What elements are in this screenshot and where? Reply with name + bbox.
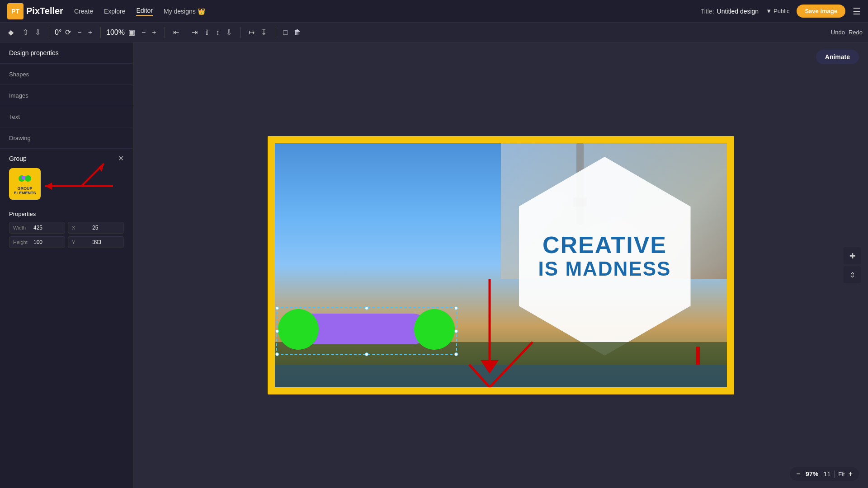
zoom-number: 11 xyxy=(824,470,831,478)
align-group: ⇤ ⁣ ⇥ ⇧ ↕ ⇩ xyxy=(170,26,235,38)
width-input[interactable] xyxy=(30,222,65,233)
title-value[interactable]: Untitled design xyxy=(717,8,759,15)
height-input[interactable] xyxy=(30,237,65,248)
plus-button[interactable]: + xyxy=(85,27,95,38)
canvas-inner[interactable]: CREATIVE IS MADNESS xyxy=(275,143,727,387)
sep1 xyxy=(49,27,49,38)
nav-explore[interactable]: Explore xyxy=(104,8,125,15)
save-image-button[interactable]: Save image xyxy=(797,5,845,18)
animate-button[interactable]: Animate xyxy=(816,50,859,64)
bring-forward-button[interactable]: ⇧ xyxy=(20,26,31,38)
text-label: Text xyxy=(9,113,20,120)
group-icon xyxy=(18,172,32,186)
hexagon-shape: CREATIVE IS MADNESS xyxy=(519,157,691,356)
undo-button[interactable]: Undo xyxy=(831,29,845,36)
group-icon-svg xyxy=(18,172,32,183)
sidebar-images[interactable]: Images xyxy=(0,85,133,106)
group-element-canvas[interactable] xyxy=(277,308,456,353)
layer-order-group: ⇧ ⇩ xyxy=(20,26,43,38)
main-area: Design properties Shapes Images Text Dra… xyxy=(0,42,868,488)
redo-button[interactable]: Redo xyxy=(849,29,863,36)
right-panel: ✚ ⇕ xyxy=(844,247,861,283)
rotate-button[interactable]: ⟳ xyxy=(62,26,74,38)
flip-h-button[interactable]: ↦ xyxy=(246,26,257,38)
group-element-area: GROUPELEMENTS xyxy=(9,168,124,200)
height-label: Height xyxy=(9,239,30,245)
hexagon-container: CREATIVE IS MADNESS xyxy=(519,157,691,356)
nav-create[interactable]: Create xyxy=(74,8,93,15)
width-field: Width xyxy=(9,222,65,234)
y-input[interactable] xyxy=(89,237,124,248)
zoom-value: 97% xyxy=(804,470,820,478)
red-marker xyxy=(696,347,700,365)
align-left-button[interactable]: ⇤ xyxy=(170,26,182,38)
sidebar-drawing[interactable]: Drawing xyxy=(0,127,133,149)
width-label: Width xyxy=(9,225,30,230)
title-area: Title: Untitled design xyxy=(701,8,759,15)
nav-right: Title: Untitled design ▼ Public Save ima… xyxy=(701,5,861,18)
align-center-v-button[interactable]: ↕ xyxy=(213,27,222,38)
props-grid: Width X Height Y xyxy=(9,222,124,248)
drawing-label: Drawing xyxy=(9,135,31,141)
zoom-minus-button[interactable]: − xyxy=(139,27,148,38)
sep3 xyxy=(165,27,165,38)
group-icon-label: GROUPELEMENTS xyxy=(14,187,36,196)
toolbar: ◆ ⇧ ⇩ 0° ⟳ − + 100% ▣ − + ⇤ ⁣ ⇥ ⇧ ↕ ⇩ ↦ … xyxy=(0,23,868,42)
group-close-button[interactable]: ✕ xyxy=(118,154,124,163)
visibility-dropdown[interactable]: ▼ Public xyxy=(766,8,789,14)
nav-mydesigns[interactable]: My designs 👑 xyxy=(164,8,205,15)
sidebar-shapes[interactable]: Shapes xyxy=(0,64,133,85)
zoom-out-button[interactable]: − xyxy=(796,470,800,478)
delete-button[interactable]: 🗑 xyxy=(291,27,304,38)
hex-text-line1: CREATIVE xyxy=(542,232,667,258)
circle-left xyxy=(278,309,319,350)
visibility-label: Public xyxy=(774,8,789,14)
title-label: Title: xyxy=(701,8,714,15)
water-area xyxy=(275,365,727,387)
x-label: X xyxy=(68,225,89,230)
x-input[interactable] xyxy=(89,222,124,233)
shapes-label: Shapes xyxy=(9,71,29,78)
panel-add-button[interactable]: ✚ xyxy=(844,247,861,264)
add-layer-button[interactable]: □ xyxy=(281,27,291,38)
canvas-area[interactable]: Animate CREATIVE IS xyxy=(133,42,868,488)
layer-up-button[interactable]: ◆ xyxy=(5,26,16,38)
logo-icon: PT xyxy=(7,3,24,19)
y-label: Y xyxy=(68,239,89,245)
zoom-fit-label[interactable]: Fit xyxy=(838,471,844,478)
sep2 xyxy=(100,27,101,38)
images-label: Images xyxy=(9,92,28,99)
align-center-h-button[interactable]: ⁣ xyxy=(183,27,188,38)
svg-point-2 xyxy=(25,175,31,182)
flip-v-button[interactable]: ↧ xyxy=(258,26,269,38)
align-bottom-button[interactable]: ⇩ xyxy=(223,26,235,38)
group-panel: Group ✕ GROUPELEMENTS xyxy=(0,149,133,205)
svg-marker-6 xyxy=(99,164,104,172)
canvas-frame: CREATIVE IS MADNESS xyxy=(268,136,734,394)
rotation-value: 0° xyxy=(55,28,61,37)
rotation-group: 0° ⟳ − + xyxy=(55,26,95,38)
logo-text: PixTeller xyxy=(26,6,63,16)
zoom-plus-button[interactable]: + xyxy=(149,27,159,38)
menu-button[interactable]: ☰ xyxy=(853,6,861,17)
flip-group: ↦ ↧ xyxy=(246,26,269,38)
sidebar-design-properties[interactable]: Design properties xyxy=(0,42,133,64)
panel-expand-button[interactable]: ⇕ xyxy=(844,266,861,283)
zoom-bar: − 97% 11 Fit + xyxy=(790,467,859,481)
y-field: Y xyxy=(68,236,124,248)
minus-button[interactable]: − xyxy=(75,27,84,38)
nav-editor[interactable]: Editor xyxy=(136,7,153,16)
sidebar-text[interactable]: Text xyxy=(0,106,133,127)
zoom-selector-button[interactable]: ▣ xyxy=(126,26,138,38)
send-backward-button[interactable]: ⇩ xyxy=(32,26,43,38)
top-nav: PT PixTeller Create Explore Editor My de… xyxy=(0,0,868,23)
undo-redo-group: Undo Redo xyxy=(831,29,863,36)
logo[interactable]: PT PixTeller xyxy=(7,3,63,19)
zoom-in-button[interactable]: + xyxy=(849,470,853,478)
design-properties-label: Design properties xyxy=(9,49,59,56)
align-right-button[interactable]: ⇥ xyxy=(189,26,200,38)
svg-marker-4 xyxy=(45,183,52,190)
height-field: Height xyxy=(9,236,65,248)
align-top-button[interactable]: ⇧ xyxy=(201,26,212,38)
x-field: X xyxy=(68,222,124,234)
